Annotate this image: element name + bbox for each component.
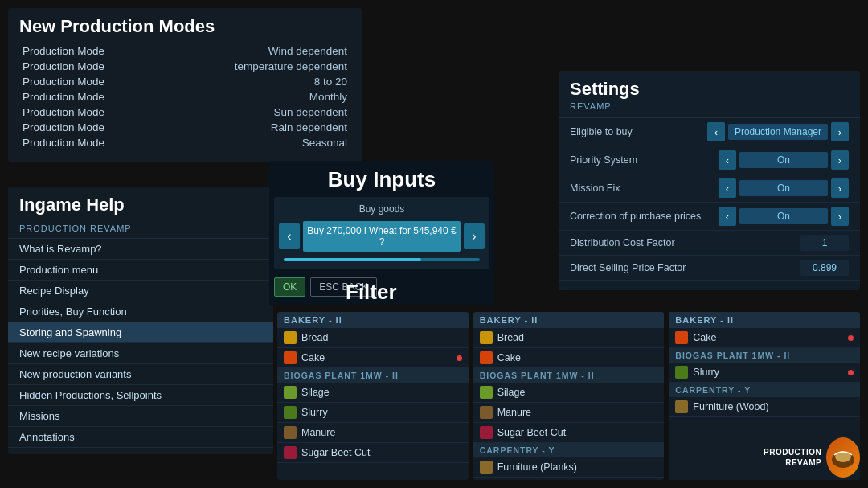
settings-row: Mission Fix‹On› bbox=[559, 174, 860, 203]
settings-row: Correction of purchase prices‹On› bbox=[559, 203, 860, 231]
filter-item[interactable]: Slurry bbox=[277, 403, 469, 423]
settings-ctrl-left[interactable]: ‹ bbox=[719, 150, 736, 170]
settings-row: Distribution Cost Factor1 bbox=[559, 231, 860, 256]
filter-item-name: Cake bbox=[301, 352, 325, 363]
settings-row-control: 1 bbox=[800, 235, 849, 251]
filter-item[interactable]: Manure bbox=[473, 403, 665, 423]
filter-item-dot bbox=[457, 355, 462, 361]
mode-table: Production ModeWind dependentProduction … bbox=[19, 43, 350, 150]
filter-item-name: Silage bbox=[497, 387, 526, 398]
buy-next-button[interactable]: › bbox=[464, 223, 485, 249]
mode-value: Wind dependent bbox=[160, 43, 350, 59]
logo-line2: REVAMP bbox=[785, 458, 821, 467]
filter-item[interactable]: Furniture (Planks) bbox=[473, 457, 665, 478]
filter-item[interactable]: Bread bbox=[473, 328, 665, 348]
mode-value: temperature dependent bbox=[160, 59, 350, 74]
mode-row: Production ModeSun dependent bbox=[19, 105, 350, 120]
filter-item[interactable]: Cake bbox=[277, 348, 469, 368]
ingame-help-title: Ingame Help bbox=[8, 187, 273, 220]
help-menu-item[interactable]: Storing and Spawning bbox=[8, 322, 273, 343]
filter-col-header: BAKERY - II bbox=[473, 312, 665, 328]
help-menu-item[interactable]: New recipe variations bbox=[8, 343, 273, 364]
help-menu-item[interactable]: Production menu bbox=[8, 260, 273, 281]
filter-item[interactable]: Cake bbox=[669, 328, 860, 348]
filter-column: BAKERY - IIBreadCakeBIOGAS PLANT 1MW - I… bbox=[473, 312, 665, 480]
buy-value-box: Buy 270,000 l Wheat for 545,940 € ? bbox=[303, 221, 461, 252]
filter-item-dot bbox=[848, 370, 854, 375]
settings-ctrl-value-plain: 1 bbox=[800, 235, 849, 251]
mode-row: Production ModeSeasonal bbox=[19, 135, 350, 150]
mode-row: Production Mode8 to 20 bbox=[19, 74, 350, 89]
settings-ctrl-right[interactable]: › bbox=[831, 122, 849, 141]
filter-item-icon bbox=[480, 386, 493, 399]
help-menu-item[interactable]: Missions bbox=[8, 406, 273, 427]
filter-item[interactable]: Furniture (Wood) bbox=[669, 397, 860, 417]
help-menu-item[interactable]: Hidden Productions, Sellpoints bbox=[8, 385, 273, 406]
filter-item-name: Slurry bbox=[693, 367, 719, 378]
filter-item-icon bbox=[480, 331, 493, 344]
filter-item[interactable]: Cake bbox=[473, 348, 665, 368]
settings-ctrl-right[interactable]: › bbox=[831, 178, 849, 198]
filter-item[interactable]: Silage bbox=[473, 383, 665, 403]
filter-item-icon bbox=[284, 331, 297, 344]
filter-subheader: BIOGAS PLANT 1MW - II bbox=[669, 348, 860, 363]
mode-label: Production Mode bbox=[19, 120, 160, 135]
help-menu-item[interactable]: What is Revamp? bbox=[8, 239, 273, 260]
filter-item-name: Slurry bbox=[301, 407, 328, 418]
filter-item-name: Bread bbox=[497, 332, 524, 343]
filter-item-icon bbox=[675, 400, 688, 413]
settings-ctrl-left[interactable]: ‹ bbox=[707, 122, 725, 141]
ingame-help-subtitle: PRODUCTION REVAMP bbox=[8, 220, 273, 239]
filter-subheader: CARPENTRY - Y bbox=[669, 383, 860, 397]
filter-item-icon bbox=[284, 351, 297, 364]
filter-item-dot bbox=[848, 335, 854, 341]
help-menu-item[interactable]: New production variants bbox=[8, 364, 273, 385]
help-menu-item[interactable]: Annotations bbox=[8, 427, 273, 448]
filter-item[interactable]: Bread bbox=[277, 328, 469, 348]
filter-item-name: Cake bbox=[693, 332, 716, 343]
filter-item[interactable]: Sugar Beet Cut bbox=[473, 423, 665, 443]
buy-prev-button[interactable]: ‹ bbox=[279, 223, 300, 249]
esc-label: ESC bbox=[319, 281, 339, 293]
mode-label: Production Mode bbox=[19, 105, 160, 120]
settings-ctrl-value-plain: 0.899 bbox=[800, 260, 849, 276]
filter-item[interactable]: Sugar Beet Cut bbox=[277, 443, 469, 463]
settings-row-label: Mission Fix bbox=[570, 182, 620, 194]
settings-row-control: 0.899 bbox=[800, 260, 849, 276]
settings-ctrl-left[interactable]: ‹ bbox=[719, 178, 736, 198]
buy-inputs-inner: Buy goods ‹ Buy 270,000 l Wheat for 545,… bbox=[274, 197, 489, 269]
filter-item-name: Cake bbox=[497, 352, 521, 363]
mode-row: Production Modetemperature dependent bbox=[19, 59, 350, 74]
new-production-modes-title: New Production Modes bbox=[19, 16, 350, 37]
settings-subtitle: REVAMP bbox=[559, 101, 860, 118]
filter-subheader: BIOGAS PLANT 1MW - II bbox=[277, 368, 469, 383]
settings-row: Priority System‹On› bbox=[559, 146, 860, 174]
settings-row: Direct Selling Price Factor0.899 bbox=[559, 256, 860, 281]
logo-line1: PRODUCTION bbox=[764, 448, 821, 457]
settings-ctrl-value: On bbox=[739, 208, 828, 224]
filter-item-icon bbox=[675, 366, 688, 379]
filter-item[interactable]: Silage bbox=[277, 383, 469, 403]
filter-column: BAKERY - IIBreadCakeBIOGAS PLANT 1MW - I… bbox=[277, 312, 469, 480]
filter-item-icon bbox=[284, 446, 297, 459]
filter-item[interactable]: Slurry bbox=[669, 363, 860, 383]
mode-value: Rain dependent bbox=[160, 120, 350, 135]
filter-item-name: Furniture (Planks) bbox=[497, 461, 577, 473]
settings-row-label: Eligible to buy bbox=[570, 126, 633, 137]
settings-ctrl-right[interactable]: › bbox=[831, 150, 849, 170]
mode-label: Production Mode bbox=[19, 43, 160, 59]
help-menu-item[interactable]: Recipe Display bbox=[8, 281, 273, 301]
filter-item-name: Sugar Beet Cut bbox=[301, 447, 370, 458]
settings-ctrl-left[interactable]: ‹ bbox=[719, 207, 736, 226]
help-menu: What is Revamp?Production menuRecipe Dis… bbox=[8, 239, 273, 448]
mode-row: Production ModeMonthly bbox=[19, 89, 350, 105]
help-menu-item[interactable]: Priorities, Buy Function bbox=[8, 301, 273, 322]
settings-ctrl-right[interactable]: › bbox=[831, 207, 849, 226]
ok-button[interactable]: OK bbox=[274, 277, 305, 297]
settings-row-control: ‹On› bbox=[719, 207, 849, 226]
buy-slider-row: ‹ Buy 270,000 l Wheat for 545,940 € ? › bbox=[279, 221, 485, 252]
buy-progress-fill bbox=[284, 258, 421, 261]
buy-progress-bar bbox=[284, 258, 480, 261]
filter-item[interactable]: Manure bbox=[277, 423, 469, 443]
filter-item-icon bbox=[284, 426, 297, 439]
